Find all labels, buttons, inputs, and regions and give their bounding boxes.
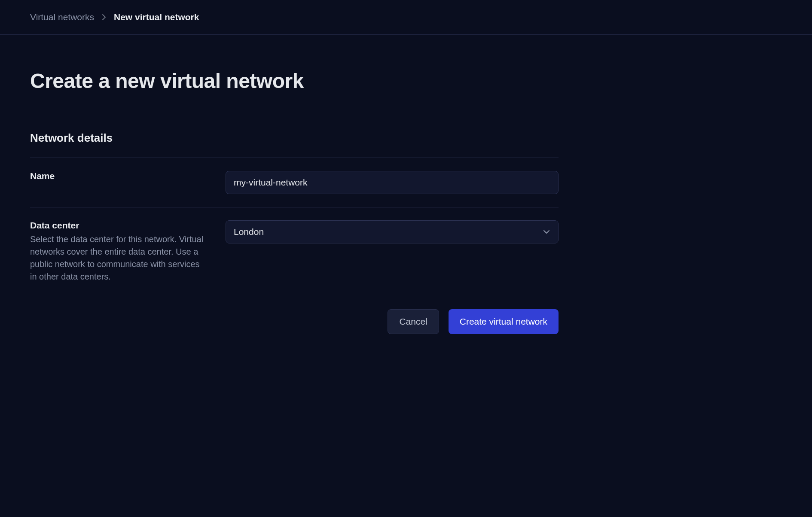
create-button[interactable]: Create virtual network [449, 309, 559, 334]
form-row-name: Name [30, 158, 559, 207]
breadcrumb: Virtual networks New virtual network [0, 0, 812, 35]
cancel-button[interactable]: Cancel [388, 309, 439, 334]
form-row-datacenter: Data center Select the data center for t… [30, 207, 559, 296]
chevron-right-icon [102, 14, 106, 21]
datacenter-help-text: Select the data center for this network.… [30, 233, 208, 283]
breadcrumb-current: New virtual network [114, 12, 199, 22]
page-title: Create a new virtual network [30, 69, 559, 93]
name-label: Name [30, 171, 208, 181]
name-input[interactable] [226, 171, 559, 194]
form-actions: Cancel Create virtual network [30, 296, 559, 334]
datacenter-label: Data center [30, 220, 208, 231]
datacenter-select[interactable]: London [226, 220, 559, 243]
breadcrumb-parent-link[interactable]: Virtual networks [30, 12, 94, 22]
section-title: Network details [30, 131, 559, 145]
